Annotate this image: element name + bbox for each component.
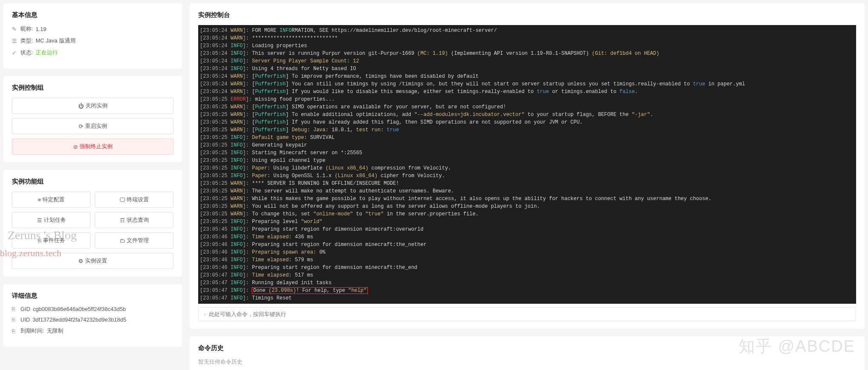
status-row: ✓ 状态: 正在运行 [12, 49, 174, 56]
gear-icon: ⚙ [78, 258, 83, 264]
clock-icon: ⎘ [12, 328, 18, 334]
refresh-icon: ⟳ [79, 123, 83, 130]
gid-row: ⎘ GID cgb0083b86e646a0be5ff24f38c43d5b [12, 306, 174, 312]
calendar-icon: ☰ [37, 217, 42, 223]
copy-icon: ⎘ [12, 306, 18, 312]
kill-button[interactable]: ⊘强制终止实例 [12, 138, 174, 155]
terminal-settings-button[interactable]: 🖵终端设置 [95, 192, 174, 208]
uid-value: 3df13728edd94f2fa74232bd9e3b18d5 [32, 316, 126, 323]
console-card: 实例控制台 [23:05:24 WARN]: FOR MORE INFORMAT… [190, 3, 865, 329]
nickname-value: 1.19 [36, 26, 46, 32]
list-icon: ☰ [12, 38, 18, 44]
copy-icon: ⎘ [12, 316, 18, 323]
status-query-button[interactable]: ☶状态查询 [95, 212, 174, 228]
command-input-wrapper[interactable]: › [198, 307, 856, 321]
clipboard-icon: ⎘ [38, 237, 41, 244]
expire-value: 无限制 [47, 327, 63, 335]
control-group-title: 实例控制组 [12, 84, 174, 92]
gid-label: GID [20, 306, 30, 312]
func-group-card: 实例功能组 ≡特定配置 🖵终端设置 ☰计划任务 ☶状态查询 ⎘事件任务 🗀文件管… [3, 170, 182, 277]
type-value: MC Java 版通用 [36, 37, 76, 45]
command-input[interactable] [209, 311, 851, 317]
status-label: 状态: [20, 49, 33, 56]
status-value: 正在运行 [36, 49, 58, 56]
history-title: 命令历史 [198, 344, 856, 352]
basic-info-title: 基本信息 [12, 11, 174, 19]
history-empty: 暂无任何命令历史 [198, 358, 856, 366]
specific-config-button[interactable]: ≡特定配置 [12, 192, 91, 208]
expire-label: 到期时间: [20, 327, 44, 335]
instance-settings-button[interactable]: ⚙实例设置 [12, 253, 174, 269]
console-title: 实例控制台 [198, 11, 856, 19]
restart-button[interactable]: ⟳重启实例 [12, 118, 174, 134]
gid-value: cgb0083b86e646a0be5ff24f38c43d5b [33, 306, 126, 312]
nickname-row: ✎ 昵称: 1.19 [12, 25, 174, 33]
chart-icon: ☶ [120, 217, 125, 223]
history-card: 命令历史 暂无任何命令历史 [190, 336, 865, 370]
schedule-button[interactable]: ☰计划任务 [12, 212, 91, 228]
events-button[interactable]: ⎘事件任务 [12, 232, 91, 249]
terminal-output: [23:05:24 WARN]: FOR MORE INFORMATION, S… [198, 25, 856, 304]
uid-label: UID [20, 316, 30, 323]
detail-info-title: 详细信息 [12, 292, 174, 300]
expire-row: ⎘ 到期时间: 无限制 [12, 327, 174, 335]
uid-row: ⎘ UID 3df13728edd94f2fa74232bd9e3b18d5 [12, 316, 174, 323]
sliders-icon: ≡ [38, 197, 41, 203]
basic-info-card: 基本信息 ✎ 昵称: 1.19 ☰ 类型: MC Java 版通用 ✓ 状态: … [3, 3, 182, 68]
type-label: 类型: [20, 37, 33, 45]
edit-icon: ✎ [12, 26, 18, 32]
folder-icon: 🗀 [120, 237, 125, 244]
status-icon: ✓ [12, 50, 18, 56]
shutdown-button[interactable]: ⏻关闭实例 [12, 98, 174, 114]
control-group-card: 实例控制组 ⏻关闭实例 ⟳重启实例 ⊘强制终止实例 [3, 76, 182, 162]
nickname-label: 昵称: [20, 25, 33, 33]
type-row: ☰ 类型: MC Java 版通用 [12, 37, 174, 45]
func-group-title: 实例功能组 [12, 178, 174, 186]
detail-info-card: 详细信息 ⎘ GID cgb0083b86e646a0be5ff24f38c43… [3, 284, 182, 347]
files-button[interactable]: 🗀文件管理 [95, 232, 174, 249]
monitor-icon: 🖵 [120, 197, 125, 203]
stop-icon: ⊘ [73, 144, 78, 150]
power-icon: ⏻ [78, 103, 84, 109]
chevron-right-icon: › [204, 311, 205, 317]
